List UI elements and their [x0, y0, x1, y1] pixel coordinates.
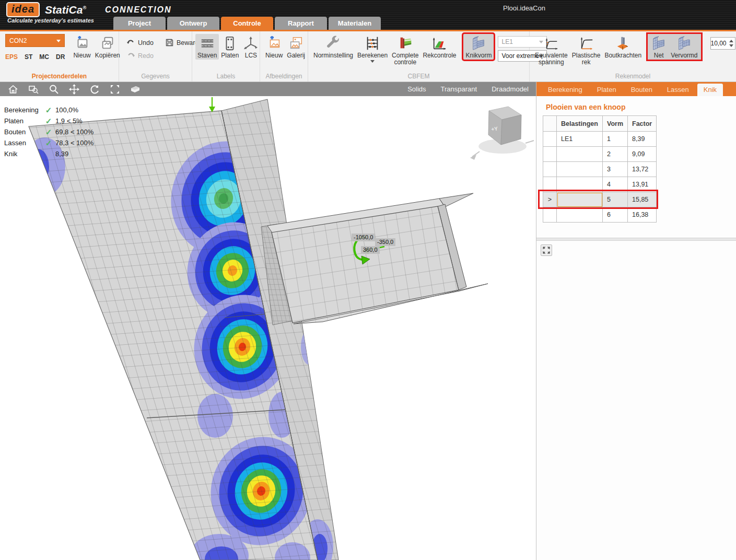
code-setup-button[interactable]: Norminstelling [311, 34, 355, 60]
plates-labels-button[interactable]: Platen [219, 34, 241, 60]
load-label-n: -1050,0 [352, 234, 375, 241]
equivalent-stress-button[interactable]: Equivalente spanning [533, 34, 570, 66]
solid-box-icon[interactable] [130, 84, 141, 95]
group-title: Gegevens [119, 72, 192, 81]
chevron-down-icon [370, 60, 375, 63]
zoom-fit-icon[interactable] [109, 84, 121, 95]
strain-check-icon [431, 36, 447, 51]
deformation-scale-spinner[interactable]: 10,00 [710, 37, 735, 50]
new-item-button[interactable]: Nieuw [71, 34, 92, 60]
check-ok-icon: ✓ [42, 116, 55, 126]
tab-materialen[interactable]: Materialen [329, 17, 381, 30]
ribbon: CON2 EPS ST MC DR Nieuw Kopiëren Project… [0, 31, 736, 82]
axes-icon [243, 36, 259, 51]
redo-button[interactable]: Redo [126, 51, 154, 60]
status-row-platen: Platen ✓ 1,9 < 5% [4, 115, 94, 126]
status-row-lassen: Lassen ✓ 78,3 < 100% [4, 137, 94, 148]
buckling-mesh-icon [471, 36, 486, 51]
copy-icon [100, 36, 115, 51]
mesh-button[interactable]: Net [649, 34, 669, 60]
connection-item-select[interactable]: CON2 [5, 34, 65, 47]
table-row[interactable]: LE1 1 8,39 [543, 132, 657, 147]
new-image-icon [74, 36, 90, 51]
product-name: CONNECTION [105, 5, 172, 15]
deformed-mesh-icon [676, 36, 692, 51]
results-tabbar: Berekening Platen Bouten Lassen Knik [536, 82, 736, 96]
group-title: CBFEM [308, 72, 529, 81]
zoom-icon[interactable] [48, 84, 60, 95]
view-mode-switch: Solids Transparant Draadmodel [407, 85, 529, 93]
pan-icon[interactable] [68, 84, 80, 95]
check-status-panel: Berekening ✓ 100,0% Platen ✓ 1,9 < 5% Bo… [4, 104, 94, 159]
tab-project[interactable]: Project [113, 17, 166, 30]
check-ok-icon: ✓ [42, 138, 55, 148]
plate-icon [222, 36, 238, 51]
complete-check-button[interactable]: Complete controle [390, 34, 420, 66]
calculate-button[interactable]: Berekenen [355, 34, 390, 63]
abacus-icon [365, 36, 380, 51]
mode-mc[interactable]: MC [39, 53, 49, 61]
mode-eps[interactable]: EPS [5, 53, 18, 61]
copy-item-button[interactable]: Kopiëren [93, 34, 122, 60]
members-labels-button[interactable]: Staven [195, 34, 219, 60]
mode-dr[interactable]: DR [56, 53, 65, 61]
redo-icon [126, 51, 135, 60]
results-tab-berekening[interactable]: Berekening [542, 84, 589, 96]
check-ok-icon: ✓ [42, 106, 55, 115]
beam-icon [200, 36, 215, 51]
rotate-icon[interactable] [89, 84, 100, 95]
results-tab-knik[interactable]: Knik [697, 84, 723, 96]
new-picture-button[interactable]: Nieuw [263, 34, 285, 60]
tab-ontwerp[interactable]: Ontwerp [167, 17, 219, 30]
mesh-deformed-group: Net Vervormd [648, 34, 700, 60]
view-cube[interactable]: +Y [470, 107, 534, 160]
expand-icon [543, 247, 550, 254]
stress-curve-icon [543, 36, 559, 51]
group-title: Labels [192, 72, 260, 81]
results-tab-platen[interactable]: Platen [591, 84, 623, 96]
results-tab-bouten[interactable]: Bouten [625, 84, 659, 96]
spinner-up-icon[interactable] [729, 40, 733, 42]
undo-button[interactable]: Undo [126, 38, 154, 47]
load-label-my: 360,0 [361, 246, 380, 254]
view-mode-draadmodel[interactable]: Draadmodel [492, 85, 529, 93]
table-row[interactable]: 2 9,09 [543, 147, 657, 162]
results-tab-lassen[interactable]: Lassen [661, 84, 695, 96]
view-mode-transparant[interactable]: Transparant [441, 85, 477, 93]
tab-rapport[interactable]: Rapport [275, 17, 327, 30]
viewport-toolbar: Solids Transparant Draadmodel [0, 82, 536, 96]
strain-check-button[interactable]: Rekcontrole [420, 34, 458, 60]
plastic-strain-button[interactable]: Plastische rek [570, 34, 603, 66]
table-row[interactable]: 3 13,72 [543, 162, 657, 177]
spinner-down-icon[interactable] [729, 44, 733, 47]
complete-check-icon [398, 36, 413, 51]
gallery-button[interactable]: Galerij [285, 34, 307, 60]
analysis-mode-switch: EPS ST MC DR [5, 53, 65, 61]
document-title: Plooi.ideaCon [503, 4, 545, 12]
registered-mark: ® [83, 5, 86, 10]
statica-logo-text: StatiCa® [45, 4, 86, 16]
deformed-button[interactable]: Vervormd [669, 34, 699, 60]
buckling-shape-button[interactable]: Knikvorm [463, 34, 494, 60]
view-mode-solids[interactable]: Solids [407, 85, 426, 93]
lcs-labels-button[interactable]: LCS [241, 34, 261, 60]
panel-divider [536, 238, 736, 241]
zoom-window-icon[interactable] [28, 84, 39, 95]
save-icon [165, 38, 174, 47]
table-row[interactable]: 6 16,38 [543, 207, 657, 223]
home-view-icon[interactable] [7, 84, 19, 95]
group-title: Afbeeldingen [260, 72, 308, 81]
results-content: Plooien van een knoop Belastingen Vorm F… [536, 96, 736, 560]
model-3d-view[interactable]: +Y [0, 96, 536, 560]
table-row[interactable]: 4 13,91 [543, 177, 657, 192]
tab-controle[interactable]: Controle [221, 17, 273, 30]
expand-panel-button[interactable] [541, 244, 552, 256]
strain-curve-icon [578, 36, 594, 51]
buckling-shape-rendering: +Y [0, 96, 536, 560]
mode-st[interactable]: ST [25, 53, 32, 61]
results-title: Plooien van een knoop [546, 103, 625, 111]
table-row-selected[interactable]: > 5 15,85 [543, 192, 657, 207]
tagline: Calculate yesterday's estimates [7, 17, 94, 24]
group-title: Projectonderdelen [0, 72, 119, 81]
bolt-forces-button[interactable]: Boutkrachten [602, 34, 644, 60]
